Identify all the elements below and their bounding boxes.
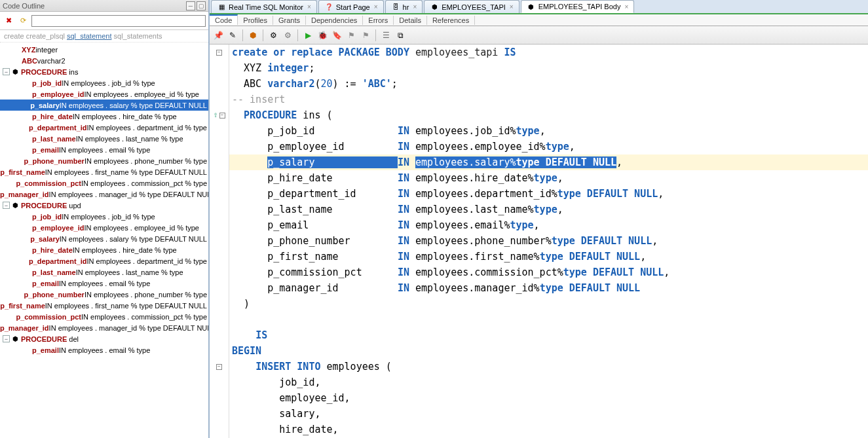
tree-item[interactable]: ABC varchar2 [0, 55, 208, 66]
tree-item[interactable]: p_first_name IN employees . first_name %… [0, 166, 208, 177]
editor-subtabs: CodeProfilesGrantsDependenciesErrorsDeta… [210, 14, 868, 26]
tree-item[interactable]: p_manager_id IN employees . manager_id %… [0, 322, 208, 333]
tree-item[interactable]: p_employee_id IN employees . employee_id… [0, 88, 208, 100]
close-icon[interactable]: × [510, 3, 514, 10]
flag1-icon[interactable]: ⚑ [345, 29, 357, 41]
panel-title-bar: Code Outline ─ ▢ [0, 0, 208, 12]
tree-item[interactable]: p_job_id IN employees . job_id % type [0, 77, 208, 88]
tree-item[interactable]: p_hire_date IN employees . hire_date % t… [0, 111, 208, 122]
refresh-icon[interactable]: ⟳ [17, 15, 29, 27]
tree-item[interactable]: p_phone_number IN employees . phone_numb… [0, 155, 208, 166]
tree-item[interactable]: p_department_id IN employees . departmen… [0, 122, 208, 133]
breadcrumb-link[interactable]: sql_statement [67, 32, 111, 40]
collapse-icon[interactable]: ⧉ [394, 29, 406, 41]
tree-item[interactable]: p_first_name IN employees . first_name %… [0, 300, 208, 311]
proc-icon: ⬢ [11, 68, 19, 76]
gear-icon[interactable]: ⚙ [267, 29, 279, 41]
flag2-icon[interactable]: ⚑ [360, 29, 371, 41]
close-icon[interactable]: × [374, 3, 378, 10]
breadcrumb: create create_plsql sql_statement sql_st… [0, 30, 208, 43]
bookmark-icon[interactable]: 🔖 [331, 29, 343, 41]
subtab-errors[interactable]: Errors [363, 16, 394, 25]
outline-filter-input[interactable] [31, 15, 206, 27]
fold-icon[interactable]: − [216, 364, 222, 370]
tab-label: EMPLOYEES_TAPI [442, 3, 506, 11]
tab-label: Real Time SQL Monitor [229, 3, 303, 11]
pin-icon[interactable]: 📌 [212, 29, 224, 41]
tree-item[interactable]: p_email IN employees . email % type [0, 278, 208, 289]
tree-item[interactable]: p_salary IN employees . salary % type DE… [0, 100, 208, 111]
proc-icon: ⬢ [11, 202, 19, 210]
gutter[interactable]: −⇧−− [210, 45, 229, 438]
editor-tab[interactable]: ⬢EMPLOYEES_TAPI Body× [521, 0, 635, 13]
tree-twist-icon[interactable]: − [3, 335, 10, 342]
edit-icon[interactable]: ✎ [227, 29, 238, 41]
panel-title: Code Outline [3, 2, 45, 10]
tree-item[interactable]: p_department_id IN employees . departmen… [0, 255, 208, 266]
outline-toolbar: ✖ ⟳ [0, 12, 208, 30]
tree-item[interactable]: p_phone_number IN employees . phone_numb… [0, 289, 208, 300]
tree-item[interactable]: p_commission_pct IN employees . commissi… [0, 311, 208, 322]
close-icon[interactable]: × [307, 3, 311, 10]
sql-monitor-icon: ▦ [217, 3, 226, 12]
tree-item[interactable]: −⬢PROCEDURE upd [0, 200, 208, 211]
tree-twist-icon[interactable]: − [3, 202, 10, 209]
subtab-dependencies[interactable]: Dependencies [306, 16, 363, 25]
subtab-code[interactable]: Code [210, 14, 238, 25]
tree-item[interactable]: p_email IN employees . email % type [0, 344, 208, 356]
help-icon: ❓ [324, 3, 333, 12]
editor-toolbar: 📌 ✎ ⬢ ⚙ ⚙ ▶ 🐞 🔖 ⚑ ⚑ ☰ ⧉ [210, 26, 868, 45]
close-icon[interactable]: × [624, 3, 628, 10]
tree-item[interactable]: −⬢PROCEDURE ins [0, 66, 208, 77]
package-icon[interactable]: ⬢ [247, 29, 259, 41]
tree-item[interactable]: p_last_name IN employees . last_name % t… [0, 133, 208, 144]
editor-tab[interactable]: ▦Real Time SQL Monitor× [211, 0, 317, 13]
tree-item[interactable]: p_salary IN employees . salary % type DE… [0, 233, 208, 244]
tree-item[interactable]: p_employee_id IN employees . employee_id… [0, 222, 208, 233]
editor-area: ▦Real Time SQL Monitor×❓Start Page×🗄hr×⬢… [210, 0, 868, 438]
db-icon: 🗄 [391, 3, 400, 12]
tree-twist-icon[interactable]: − [3, 68, 10, 75]
maximize-icon[interactable]: ▢ [197, 1, 206, 10]
list-icon[interactable]: ☰ [380, 29, 392, 41]
outline-tree[interactable]: XYZ integerABC varchar2−⬢PROCEDURE insp_… [0, 43, 208, 438]
fold-icon[interactable]: − [219, 113, 225, 119]
tree-item[interactable]: p_commission_pct IN employees . commissi… [0, 177, 208, 189]
proc-icon: ⬢ [11, 335, 19, 343]
code-content[interactable]: create or replace PACKAGE BODY employees… [229, 45, 868, 438]
editor-tab[interactable]: 🗄hr× [385, 0, 423, 13]
close-icon[interactable]: × [413, 3, 417, 10]
debug-icon[interactable]: 🐞 [316, 29, 328, 41]
package-body-icon: ⬢ [527, 2, 536, 11]
tab-label: Start Page [336, 3, 370, 11]
tree-item[interactable]: −⬢PROCEDURE del [0, 333, 208, 344]
package-icon: ⬢ [430, 3, 439, 12]
tree-item[interactable]: XYZ integer [0, 44, 208, 55]
current-line-icon: ⇧ [213, 107, 217, 123]
tab-label: EMPLOYEES_TAPI Body [538, 3, 621, 10]
editor-tab[interactable]: ❓Start Page× [318, 0, 384, 13]
tree-item[interactable]: p_job_id IN employees . job_id % type [0, 211, 208, 222]
delete-icon[interactable]: ✖ [3, 15, 14, 27]
subtab-references[interactable]: References [427, 16, 475, 25]
subtab-profiles[interactable]: Profiles [238, 16, 273, 25]
gear2-icon[interactable]: ⚙ [282, 29, 293, 41]
fold-icon[interactable]: − [216, 50, 222, 56]
tree-item[interactable]: p_last_name IN employees . last_name % t… [0, 266, 208, 278]
code-editor[interactable]: −⇧−− create or replace PACKAGE BODY empl… [210, 45, 868, 438]
editor-tab[interactable]: ⬢EMPLOYEES_TAPI× [424, 0, 519, 13]
tab-label: hr [403, 3, 409, 11]
editor-tabs: ▦Real Time SQL Monitor×❓Start Page×🗄hr×⬢… [210, 0, 868, 14]
minimize-icon[interactable]: ─ [186, 1, 195, 10]
tree-item[interactable]: p_email IN employees . email % type [0, 144, 208, 155]
tree-item[interactable]: p_hire_date IN employees . hire_date % t… [0, 244, 208, 255]
tree-item[interactable]: p_manager_id IN employees . manager_id %… [0, 189, 208, 200]
run-icon[interactable]: ▶ [302, 29, 314, 41]
code-outline-panel: Code Outline ─ ▢ ✖ ⟳ create create_plsql… [0, 0, 210, 438]
subtab-details[interactable]: Details [394, 16, 427, 25]
subtab-grants[interactable]: Grants [273, 16, 306, 25]
